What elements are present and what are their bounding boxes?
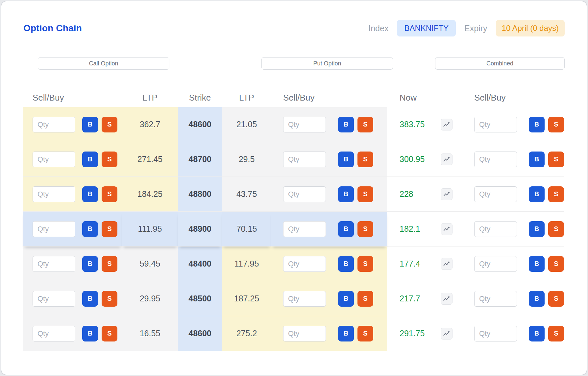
- put-buy-button[interactable]: B: [338, 221, 354, 237]
- chart-icon-button[interactable]: [441, 188, 453, 200]
- combined-qty-input[interactable]: [474, 186, 517, 202]
- option-row: B S 111.95 48900 70.15 B S 182.1 B S: [23, 212, 565, 247]
- put-buy-button[interactable]: B: [338, 186, 354, 202]
- option-row: B S 271.45 48700 29.5 B S 300.95 B S: [23, 142, 565, 177]
- call-buy-button[interactable]: B: [82, 186, 98, 202]
- chart-icon-button[interactable]: [441, 293, 453, 305]
- call-sell-button[interactable]: S: [102, 152, 117, 167]
- combined-sell-button[interactable]: S: [548, 326, 564, 341]
- call-sellbuy-column-header: Sell/Buy: [23, 88, 122, 107]
- combined-buy-button[interactable]: B: [529, 186, 545, 202]
- call-qty-input[interactable]: [33, 326, 75, 341]
- expiry-selector[interactable]: 10 April (0 days): [496, 20, 565, 36]
- combined-sell-button[interactable]: S: [548, 186, 564, 202]
- call-buy-button[interactable]: B: [82, 221, 98, 237]
- now-value: 217.7: [400, 294, 441, 303]
- call-sell-button[interactable]: S: [102, 291, 117, 307]
- put-qty-input[interactable]: [283, 326, 326, 341]
- option-row: B S 59.45 48400 117.95 B S 177.4 B S: [23, 247, 565, 281]
- put-buy-button[interactable]: B: [338, 326, 354, 341]
- call-buy-button[interactable]: B: [82, 326, 98, 341]
- chart-icon-button[interactable]: [441, 328, 453, 340]
- put-sell-button[interactable]: S: [357, 291, 373, 307]
- put-ltp-value: 70.15: [222, 212, 271, 247]
- strike-value: 48500: [178, 281, 222, 316]
- put-ltp-value: 275.2: [222, 316, 271, 351]
- put-qty-input[interactable]: [283, 256, 326, 272]
- combined-buy-button[interactable]: B: [529, 326, 545, 341]
- call-sell-button[interactable]: S: [102, 326, 117, 341]
- combined-qty-input[interactable]: [474, 221, 517, 237]
- top-bar: Option Chain Index BANKNIFTY Expiry 10 A…: [23, 20, 565, 36]
- put-sell-button[interactable]: S: [357, 117, 373, 132]
- put-ltp-value: 117.95: [222, 247, 271, 281]
- line-chart-icon: [443, 296, 450, 302]
- call-sell-button[interactable]: S: [102, 117, 117, 132]
- call-qty-input[interactable]: [33, 256, 75, 272]
- combined-sell-button[interactable]: S: [548, 291, 564, 307]
- put-sell-button[interactable]: S: [357, 326, 373, 341]
- call-buy-button[interactable]: B: [82, 117, 98, 132]
- combined-qty-input[interactable]: [474, 256, 517, 272]
- call-ltp-value: 16.55: [122, 316, 178, 351]
- call-sell-button[interactable]: S: [102, 256, 117, 272]
- put-sell-button[interactable]: S: [357, 256, 373, 272]
- column-header-row: Sell/Buy LTP Strike LTP Sell/Buy Now Sel…: [23, 88, 565, 107]
- put-qty-input[interactable]: [283, 186, 326, 202]
- now-value: 182.1: [400, 224, 441, 234]
- now-value: 383.75: [400, 120, 441, 129]
- put-option-section-header: Put Option: [261, 57, 393, 70]
- chart-icon-button[interactable]: [441, 119, 453, 130]
- combined-sell-button[interactable]: S: [548, 256, 564, 272]
- strike-value: 48800: [178, 177, 222, 212]
- combined-qty-input[interactable]: [474, 117, 517, 132]
- call-sell-button[interactable]: S: [102, 186, 117, 202]
- now-value: 228: [400, 189, 441, 199]
- put-qty-input[interactable]: [283, 221, 326, 237]
- combined-qty-input[interactable]: [474, 152, 517, 167]
- call-qty-input[interactable]: [33, 291, 75, 307]
- put-buy-button[interactable]: B: [338, 291, 354, 307]
- combined-sell-button[interactable]: S: [548, 152, 564, 167]
- call-option-section-header: Call Option: [38, 57, 169, 70]
- call-ltp-column-header: LTP: [122, 88, 178, 107]
- call-qty-input[interactable]: [33, 221, 75, 237]
- put-sell-button[interactable]: S: [357, 186, 373, 202]
- combined-buy-button[interactable]: B: [529, 221, 545, 237]
- combined-sell-button[interactable]: S: [548, 221, 564, 237]
- chart-icon-button[interactable]: [441, 258, 453, 270]
- call-qty-input[interactable]: [33, 186, 75, 202]
- option-row: B S 29.95 48500 187.25 B S 217.7 B S: [23, 281, 565, 316]
- combined-buy-button[interactable]: B: [529, 256, 545, 272]
- call-ltp-value: 59.45: [122, 247, 178, 281]
- call-buy-button[interactable]: B: [82, 152, 98, 167]
- call-buy-button[interactable]: B: [82, 291, 98, 307]
- call-buy-button[interactable]: B: [82, 256, 98, 272]
- combined-buy-button[interactable]: B: [529, 291, 545, 307]
- put-sell-button[interactable]: S: [357, 221, 373, 237]
- combined-buy-button[interactable]: B: [529, 152, 545, 167]
- put-buy-button[interactable]: B: [338, 256, 354, 272]
- call-ltp-value: 29.95: [122, 281, 178, 316]
- put-sell-button[interactable]: S: [357, 152, 373, 167]
- strike-column-header: Strike: [178, 88, 222, 107]
- put-buy-button[interactable]: B: [338, 152, 354, 167]
- put-qty-input[interactable]: [283, 117, 326, 132]
- chart-icon-button[interactable]: [441, 223, 453, 235]
- call-qty-input[interactable]: [33, 152, 75, 167]
- call-sell-button[interactable]: S: [102, 221, 117, 237]
- strike-value: 48400: [178, 247, 222, 281]
- chart-icon-button[interactable]: [441, 153, 453, 165]
- combined-buy-button[interactable]: B: [529, 117, 545, 132]
- put-qty-input[interactable]: [283, 291, 326, 307]
- combined-sell-button[interactable]: S: [548, 117, 564, 132]
- put-ltp-value: 43.75: [222, 177, 271, 212]
- put-qty-input[interactable]: [283, 152, 326, 167]
- put-buy-button[interactable]: B: [338, 117, 354, 132]
- index-selector[interactable]: BANKNIFTY: [397, 20, 456, 36]
- combined-qty-input[interactable]: [474, 326, 517, 341]
- combined-qty-input[interactable]: [474, 291, 517, 307]
- call-qty-input[interactable]: [33, 117, 75, 132]
- strike-value: 48600: [178, 316, 222, 351]
- line-chart-icon: [443, 191, 450, 197]
